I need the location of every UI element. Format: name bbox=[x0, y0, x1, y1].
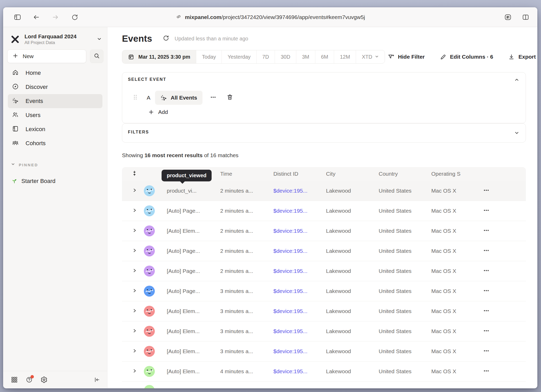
expand-row-icon[interactable] bbox=[132, 248, 137, 254]
expand-row-icon[interactable] bbox=[132, 188, 137, 193]
expand-row-icon[interactable] bbox=[132, 268, 137, 274]
search-button[interactable] bbox=[90, 50, 103, 63]
cell-distinct-id[interactable]: $device:195... bbox=[273, 208, 308, 214]
delete-event-icon[interactable] bbox=[226, 94, 233, 102]
sidebar-item-label: Home bbox=[26, 70, 41, 76]
cell-distinct-id[interactable]: $device:195... bbox=[273, 308, 308, 314]
row-menu-icon[interactable] bbox=[483, 368, 490, 375]
new-button[interactable]: New bbox=[7, 50, 86, 63]
cell-city: Lakewood bbox=[326, 368, 351, 375]
expand-row-icon[interactable] bbox=[132, 208, 137, 214]
forward-icon[interactable] bbox=[52, 13, 59, 21]
reload-icon[interactable] bbox=[71, 13, 79, 21]
event-avatar bbox=[144, 225, 155, 237]
pinned-section-header[interactable]: PINNED bbox=[11, 162, 38, 167]
add-event-button[interactable]: Add bbox=[148, 109, 168, 115]
sidebar-item-home[interactable]: Home bbox=[8, 66, 102, 80]
row-menu-icon[interactable] bbox=[483, 187, 490, 195]
project-switcher[interactable]: Lord Farquaad 2024 All Project Data bbox=[10, 32, 102, 47]
expand-row-icon[interactable] bbox=[132, 369, 137, 374]
cell-event-name: [Auto] Elem... bbox=[167, 348, 200, 354]
table-row[interactable]: [Auto] Page...2 minutes a...$device:195.… bbox=[122, 201, 526, 221]
split-view-icon[interactable] bbox=[522, 13, 530, 21]
table-row[interactable]: [Auto] Elem...4 minutes a...$device:195.… bbox=[122, 361, 526, 381]
settings-gear-icon[interactable] bbox=[40, 376, 48, 384]
expand-row-icon[interactable] bbox=[132, 349, 137, 354]
apps-grid-icon[interactable] bbox=[10, 376, 18, 384]
column-header-country[interactable]: Country bbox=[379, 171, 398, 177]
expand-row-icon[interactable] bbox=[132, 289, 137, 294]
expand-row-icon[interactable] bbox=[132, 329, 137, 334]
date-range-30d[interactable]: 30D bbox=[275, 50, 296, 63]
table-row-partial[interactable] bbox=[122, 381, 526, 388]
row-menu-icon[interactable] bbox=[483, 287, 490, 295]
date-range-12m[interactable]: 12M bbox=[334, 50, 356, 63]
sidebar-toggle-icon[interactable] bbox=[14, 13, 21, 21]
desktop-background: mixpanel.com/project/3472420/view/397469… bbox=[0, 0, 541, 392]
collapse-sidebar-icon[interactable] bbox=[93, 376, 101, 384]
sidebar-item-starter-board[interactable]: Starter Board bbox=[11, 177, 56, 185]
table-row[interactable]: [Auto] Elem...3 minutes a...$device:195.… bbox=[122, 301, 526, 321]
sidebar-item-lexicon[interactable]: Lexicon bbox=[8, 122, 102, 136]
row-menu-icon[interactable] bbox=[483, 347, 490, 355]
all-events-chip[interactable]: All Events bbox=[155, 91, 202, 105]
address-bar[interactable]: mixpanel.com/project/3472420/view/397469… bbox=[175, 14, 365, 21]
date-range-today[interactable]: Today bbox=[196, 50, 222, 63]
hide-filter-button[interactable]: Hide Filter bbox=[388, 54, 425, 60]
date-range-3m[interactable]: 3M bbox=[296, 50, 315, 63]
export-label: Export bbox=[518, 54, 536, 60]
table-row[interactable]: [Auto] Page...3 minutes a...$device:195.… bbox=[122, 281, 526, 301]
row-menu-icon[interactable] bbox=[483, 267, 490, 275]
column-header-distinct-id[interactable]: Distinct ID bbox=[273, 171, 298, 177]
cell-os: Mac OS X bbox=[431, 268, 456, 274]
export-button[interactable]: Export bbox=[508, 54, 536, 60]
sidebar-item-events[interactable]: Events bbox=[8, 94, 102, 108]
expand-row-icon[interactable] bbox=[132, 309, 137, 314]
cell-distinct-id[interactable]: $device:195... bbox=[273, 188, 308, 194]
column-header-os[interactable]: Operating S bbox=[431, 171, 460, 177]
drag-handle-icon[interactable] bbox=[133, 94, 137, 101]
column-header-city[interactable]: City bbox=[326, 171, 335, 177]
row-menu-icon[interactable] bbox=[483, 307, 490, 315]
date-range-xtd[interactable]: XTD bbox=[356, 50, 385, 63]
expand-row-icon[interactable] bbox=[132, 228, 137, 234]
row-menu-icon[interactable] bbox=[483, 247, 490, 255]
date-range-6m[interactable]: 6M bbox=[315, 50, 334, 63]
date-range-yesterday[interactable]: Yesterday bbox=[222, 50, 256, 63]
sidebar-item-discover[interactable]: Discover bbox=[8, 80, 102, 94]
table-row[interactable]: [Auto] Elem...3 minutes a...$device:195.… bbox=[122, 341, 526, 361]
event-options-icon[interactable] bbox=[210, 94, 217, 102]
cell-os: Mac OS X bbox=[431, 368, 456, 375]
sidebar-item-cohorts[interactable]: Cohorts bbox=[8, 136, 102, 150]
date-range-7d[interactable]: 7D bbox=[257, 50, 275, 63]
row-menu-icon[interactable] bbox=[483, 327, 490, 335]
table-row[interactable]: [Auto] Page...2 minutes a...$device:195.… bbox=[122, 261, 526, 281]
column-header-time[interactable]: Time bbox=[220, 171, 232, 177]
table-row[interactable]: [Auto] Page...2 minutes a...$device:195.… bbox=[122, 241, 526, 261]
table-row[interactable]: [Auto] Elem...3 minutes a...$device:195.… bbox=[122, 321, 526, 341]
refresh-icon[interactable] bbox=[163, 35, 169, 42]
help-icon[interactable] bbox=[25, 376, 33, 384]
chevron-up-icon[interactable] bbox=[514, 77, 519, 83]
sidebar-item-users[interactable]: Users bbox=[8, 108, 102, 122]
back-icon[interactable] bbox=[32, 13, 40, 21]
cell-distinct-id[interactable]: $device:195... bbox=[273, 288, 308, 294]
collapse-all-icon[interactable] bbox=[132, 170, 137, 177]
cell-distinct-id[interactable]: $device:195... bbox=[273, 228, 308, 234]
cell-event-name: [Auto] Page... bbox=[167, 288, 200, 294]
date-picker-selected[interactable]: Mar 11, 2025 3:30 pm bbox=[122, 50, 196, 63]
event-avatar bbox=[144, 285, 155, 297]
cell-distinct-id[interactable]: $device:195... bbox=[273, 328, 308, 334]
cell-distinct-id[interactable]: $device:195... bbox=[273, 368, 308, 375]
cell-event-name: [Auto] Page... bbox=[167, 208, 200, 214]
chevron-down-icon[interactable] bbox=[514, 130, 519, 137]
table-row[interactable]: [Auto] Elem...2 minutes a...$device:195.… bbox=[122, 221, 526, 241]
row-menu-icon[interactable] bbox=[483, 207, 490, 215]
cell-distinct-id[interactable]: $device:195... bbox=[273, 248, 308, 254]
cell-distinct-id[interactable]: $device:195... bbox=[273, 348, 308, 354]
cell-distinct-id[interactable]: $device:195... bbox=[273, 268, 308, 274]
page-settings-icon[interactable] bbox=[504, 13, 512, 21]
row-menu-icon[interactable] bbox=[483, 227, 490, 235]
hide-filter-label: Hide Filter bbox=[398, 54, 425, 60]
edit-columns-button[interactable]: Edit Columns · 6 bbox=[440, 54, 493, 60]
